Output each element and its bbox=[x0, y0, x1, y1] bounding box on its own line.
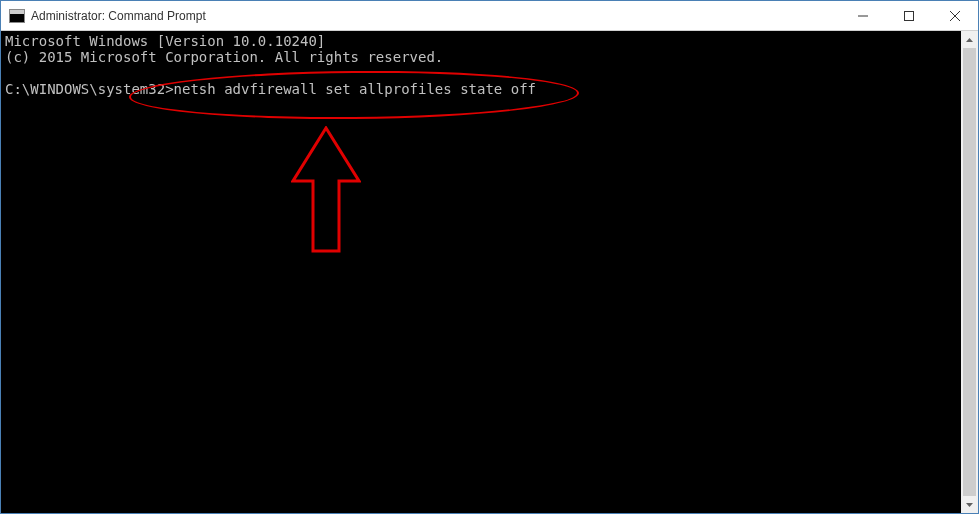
window-controls bbox=[840, 1, 978, 30]
minimize-icon bbox=[858, 11, 868, 21]
command-prompt-window: Administrator: Command Prompt Microsoft … bbox=[0, 0, 979, 514]
console-prompt: C:\WINDOWS\system32> bbox=[5, 81, 174, 97]
scroll-down-button[interactable] bbox=[961, 496, 978, 513]
scroll-thumb[interactable] bbox=[963, 48, 976, 496]
maximize-button[interactable] bbox=[886, 1, 932, 30]
close-icon bbox=[950, 11, 960, 21]
console-line: (c) 2015 Microsoft Corporation. All righ… bbox=[5, 49, 443, 65]
vertical-scrollbar[interactable] bbox=[961, 31, 978, 513]
chevron-up-icon bbox=[966, 38, 973, 42]
titlebar[interactable]: Administrator: Command Prompt bbox=[1, 1, 978, 31]
svg-rect-0 bbox=[905, 11, 914, 20]
scroll-track[interactable] bbox=[961, 48, 978, 496]
window-title: Administrator: Command Prompt bbox=[31, 9, 206, 23]
scroll-up-button[interactable] bbox=[961, 31, 978, 48]
chevron-down-icon bbox=[966, 503, 973, 507]
console-command: netsh advfirewall set allprofiles state … bbox=[174, 81, 536, 97]
console-line: Microsoft Windows [Version 10.0.10240] bbox=[5, 33, 325, 49]
console-output[interactable]: Microsoft Windows [Version 10.0.10240] (… bbox=[1, 31, 961, 513]
close-button[interactable] bbox=[932, 1, 978, 30]
arrow-up-icon bbox=[291, 126, 361, 256]
cmd-icon bbox=[9, 9, 25, 23]
client-area: Microsoft Windows [Version 10.0.10240] (… bbox=[1, 31, 978, 513]
maximize-icon bbox=[904, 11, 914, 21]
minimize-button[interactable] bbox=[840, 1, 886, 30]
